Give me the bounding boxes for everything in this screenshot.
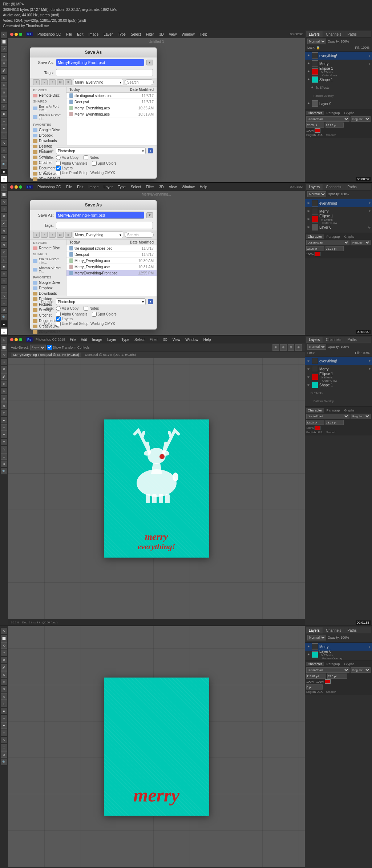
visibility-eye-layer-4[interactable]: 👁: [306, 652, 311, 657]
tool-lasso-4[interactable]: ⟲: [1, 642, 7, 649]
spot-checkbox[interactable]: [92, 161, 97, 166]
tool-eraser-2[interactable]: ◻: [1, 256, 7, 263]
tool-eyedropper[interactable]: 🖌: [1, 68, 7, 74]
tool-text[interactable]: T: [1, 132, 7, 139]
search-input-2[interactable]: [125, 232, 154, 238]
close-btn-2[interactable]: [10, 185, 13, 189]
tool-gradient-3[interactable]: ■: [1, 417, 7, 423]
format-dropdown-btn-2[interactable]: ▾: [148, 299, 153, 304]
font-style-select-3[interactable]: Regular: [351, 414, 371, 419]
tool-fg-2[interactable]: ■: [1, 321, 7, 327]
tool-move-3[interactable]: ↖: [1, 337, 7, 343]
sidebar-remote-disc[interactable]: Remote Disc: [30, 93, 66, 98]
tool-wand-2[interactable]: ✦: [1, 206, 7, 212]
tool-crop[interactable]: ⧉: [1, 60, 7, 67]
sidebar-googledrive-2[interactable]: Google Drive: [30, 280, 66, 285]
tool-crop-4[interactable]: ⧉: [1, 657, 7, 663]
font-select-3[interactable]: JustinRoad: [306, 414, 349, 419]
sidebar-downloads[interactable]: Downloads: [30, 138, 66, 144]
tool-history-4[interactable]: ⊘: [1, 693, 7, 700]
tool-zoom-2[interactable]: 🔍: [1, 314, 7, 321]
tool-brush[interactable]: ✏: [1, 82, 7, 89]
color-proof-option-2[interactable]: Use Proof Setup: Working CMYK: [56, 321, 115, 326]
font-style-select-4[interactable]: Regular: [351, 667, 371, 673]
file-row-2-5[interactable]: MerryEverything-Front.psd 12:55 PM: [66, 270, 157, 276]
tool-pathsel-2[interactable]: ↘: [1, 292, 7, 299]
tab-channels[interactable]: Channels: [323, 31, 344, 37]
layers-option-2[interactable]: Layers: [56, 317, 73, 321]
layers-checkbox[interactable]: [56, 166, 61, 170]
tool-eraser-3[interactable]: ◻: [1, 410, 7, 416]
layer-row-pattern[interactable]: Pattern Overlay: [305, 92, 372, 100]
view-grid-btn-2[interactable]: ⊞: [57, 232, 64, 238]
folder-dropdown-2[interactable]: Merry_Everything ▾: [73, 232, 123, 238]
menu-window-2[interactable]: Window: [180, 184, 197, 190]
notes-checkbox[interactable]: [84, 155, 88, 160]
layer-row-ellipse-3[interactable]: 👁 Ellipse 1 fx Effects Outer Glow: [305, 373, 372, 381]
font-size-input-4[interactable]: [306, 674, 326, 679]
nav-back-btn-2[interactable]: ‹: [33, 232, 40, 238]
layer-row-effects[interactable]: 👁 fx Effects: [305, 84, 372, 92]
tab-paths-3[interactable]: Paths: [344, 337, 360, 343]
menu-window[interactable]: Window: [180, 32, 197, 37]
char-tab-paragrap-4[interactable]: Paragrap: [325, 662, 341, 666]
tab-layers-4[interactable]: Layers: [306, 627, 323, 634]
color-swatch-3[interactable]: [315, 426, 320, 430]
menu-select-2[interactable]: Select: [129, 184, 143, 190]
notes-option-2[interactable]: Notes: [84, 306, 99, 311]
tool-zoom-4[interactable]: 🔍: [1, 759, 7, 765]
menu-filter-3[interactable]: Filter: [148, 337, 159, 342]
menu-image-3[interactable]: Image: [90, 337, 104, 342]
as-a-copy-option[interactable]: As a Copy: [56, 155, 78, 160]
show-transform-checkbox[interactable]: [47, 345, 52, 350]
layer-row-ellipse-2[interactable]: 👁 Ellipse 1 fx Effects Outer Glow: [305, 215, 372, 223]
sidebar-dropbox-2[interactable]: Dropbox: [30, 285, 66, 291]
view-list-btn-2[interactable]: ≡: [65, 232, 72, 238]
tool-brush-2[interactable]: ✏: [1, 235, 7, 241]
tool-magic-wand[interactable]: ✦: [1, 53, 7, 60]
tool-marquee-3[interactable]: ⬜: [1, 344, 7, 351]
nav-forward-btn[interactable]: ›: [41, 79, 48, 85]
tool-3d-3[interactable]: 3: [1, 461, 7, 467]
font-select[interactable]: JustinRoad: [306, 116, 349, 122]
tool-move[interactable]: ↖: [1, 32, 7, 38]
font-select-4[interactable]: JustinRoad: [306, 667, 349, 673]
char-tab-character-4[interactable]: Character: [306, 662, 324, 666]
minimize-btn-2[interactable]: [15, 185, 18, 189]
nav-up-btn[interactable]: ↑: [49, 79, 56, 85]
sidebar-dropbox[interactable]: Dropbox: [30, 133, 66, 138]
filename-btn-2[interactable]: ▼: [146, 212, 153, 218]
tool-gradient-4[interactable]: ■: [1, 708, 7, 714]
color-swatch-2[interactable]: [315, 252, 320, 256]
tracking-input-4[interactable]: [306, 684, 323, 690]
visibility-eye-everything-3[interactable]: 👁: [306, 359, 311, 363]
as-a-copy-option-2[interactable]: As a Copy: [56, 306, 78, 311]
char-tab-paragrap[interactable]: Paragrap: [325, 111, 341, 115]
tool-history-3[interactable]: ⊘: [1, 402, 7, 409]
notes-option[interactable]: Notes: [84, 155, 99, 160]
menu-filter[interactable]: Filter: [144, 32, 156, 37]
menu-edit-2[interactable]: Edit: [75, 184, 85, 190]
color-proof-checkbox[interactable]: [56, 170, 61, 175]
color-swatch-1[interactable]: [315, 128, 320, 133]
visibility-eye-merry[interactable]: 👁: [306, 61, 311, 66]
blend-mode-select-2[interactable]: Normal: [307, 191, 326, 197]
sidebar-creative-market[interactable]: Creative Market: [30, 182, 66, 182]
align-right-btn[interactable]: ⊞: [288, 344, 294, 351]
layer-row-ellipse[interactable]: 👁 Ellipse 1 fx Effects Outer Glow: [305, 68, 372, 76]
menu-image[interactable]: Image: [86, 32, 100, 37]
blend-mode-select[interactable]: Normal: [307, 39, 326, 44]
filename-input-2[interactable]: [56, 212, 144, 219]
as-a-copy-radio[interactable]: [56, 155, 61, 160]
search-input[interactable]: [125, 79, 154, 85]
tool-clone[interactable]: S: [1, 89, 7, 96]
tags-input[interactable]: [56, 69, 153, 76]
tool-eyedrp-2[interactable]: 🖌: [1, 220, 7, 227]
char-tab-glyphs-4[interactable]: Glyphs: [343, 662, 356, 666]
char-tab-glyphs-2[interactable]: Glyphs: [343, 234, 356, 239]
maximize-btn-2[interactable]: [19, 185, 22, 189]
sidebar-emir-2[interactable]: Emir's AirPort Tim...: [30, 257, 66, 265]
filename-btn[interactable]: ▼: [146, 60, 153, 65]
layer-row-everything-2[interactable]: 👁 everything! T: [305, 199, 372, 207]
menu-file-2[interactable]: File: [64, 184, 74, 190]
